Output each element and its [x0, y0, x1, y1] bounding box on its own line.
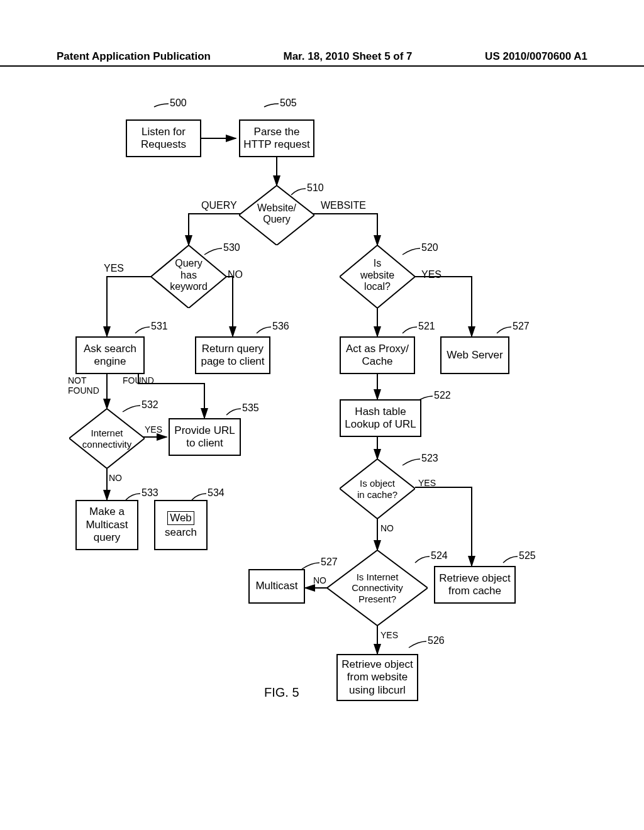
box-retrieve-libcurl: Retrieve object from website using libcu…: [336, 654, 418, 701]
box-text: Provide URL to client: [174, 424, 235, 450]
figure-label: FIG. 5: [264, 685, 299, 700]
diamond-text: Query has keyword: [162, 257, 215, 294]
box-multicast: Multicast: [248, 569, 305, 604]
box-text: search: [165, 526, 197, 539]
box-ask-search-engine: Ask search engine: [75, 336, 145, 374]
box-web-search: Web search: [154, 500, 208, 550]
label-yes: YES: [104, 263, 124, 274]
box-provide-url: Provide URL to client: [169, 418, 241, 456]
ref-522: 522: [434, 390, 451, 401]
ref-523: 523: [421, 453, 438, 464]
ref-531: 531: [151, 321, 168, 332]
box-text: Ask search engine: [84, 343, 136, 368]
box-text: Act as Proxy/ Cache: [346, 343, 409, 368]
box-text: Retrieve object from website using libcu…: [341, 658, 413, 697]
ref-520: 520: [421, 242, 438, 253]
label-no: NO: [313, 575, 326, 585]
ref-505: 505: [280, 97, 297, 109]
box-text: Listen for Requests: [141, 126, 186, 152]
diamond-text: Is object in cache?: [349, 475, 406, 503]
box-text: Retrieve object from cache: [439, 572, 510, 598]
box-text: Return query page to client: [201, 343, 264, 368]
header-center: Mar. 18, 2010 Sheet 5 of 7: [284, 50, 413, 63]
ref-533: 533: [142, 487, 158, 499]
header-left: Patent Application Publication: [57, 50, 211, 63]
label-yes: YES: [421, 269, 441, 280]
box-retrieve-from-cache: Retrieve object from cache: [434, 566, 516, 604]
ref-532: 532: [142, 399, 158, 411]
ref-527: 527: [513, 321, 530, 332]
box-text: Parse the HTTP request: [243, 126, 310, 152]
ref-525: 525: [519, 550, 536, 562]
box-listen-requests: Listen for Requests: [126, 119, 201, 157]
ref-500: 500: [170, 97, 187, 109]
label-yes: YES: [380, 630, 398, 640]
ref-530: 530: [223, 242, 240, 253]
ref-534: 534: [208, 487, 225, 499]
box-hash-table: Hash table Lookup of URL: [340, 399, 421, 437]
ref-526: 526: [428, 635, 445, 646]
diamond-text: Is website local?: [351, 257, 404, 294]
header-right: US 2010/0070600 A1: [485, 50, 587, 63]
ref-527b: 527: [321, 556, 338, 568]
flowchart: Listen for Requests 500 Parse the HTTP r…: [0, 101, 644, 792]
ref-521: 521: [418, 321, 435, 332]
diamond-text: Internet connectivity: [77, 424, 137, 453]
box-web-server: Web Server: [440, 336, 509, 374]
inner-box: Web: [167, 511, 194, 525]
ref-535: 535: [242, 402, 259, 414]
label-website: WEBSITE: [321, 200, 366, 211]
label-no: NO: [228, 269, 243, 280]
label-found: FOUND: [123, 375, 154, 385]
box-text: Web Server: [447, 349, 502, 362]
box-act-as-proxy: Act as Proxy/ Cache: [340, 336, 415, 374]
box-text: Multicast: [255, 580, 297, 592]
label-yes: YES: [418, 478, 436, 488]
page-header: Patent Application Publication Mar. 18, …: [0, 50, 644, 67]
ref-510: 510: [307, 182, 324, 194]
label-not-found: NOT FOUND: [68, 375, 99, 396]
label-no: NO: [380, 523, 394, 533]
diamond-text: Is Internet Connectivity Present?: [340, 569, 415, 607]
box-return-query-page: Return query page to client: [195, 336, 270, 374]
box-text: Make a Multicast query: [86, 506, 128, 544]
label-no: NO: [109, 473, 122, 483]
box-multicast-query: Make a Multicast query: [75, 500, 138, 550]
ref-536: 536: [272, 321, 289, 332]
label-query: QUERY: [201, 200, 237, 211]
label-yes: YES: [145, 424, 162, 434]
box-parse-http: Parse the HTTP request: [239, 119, 314, 157]
box-text: Hash table Lookup of URL: [345, 406, 416, 431]
diamond-text: Website/ Query: [252, 198, 302, 230]
ref-524: 524: [431, 550, 448, 562]
